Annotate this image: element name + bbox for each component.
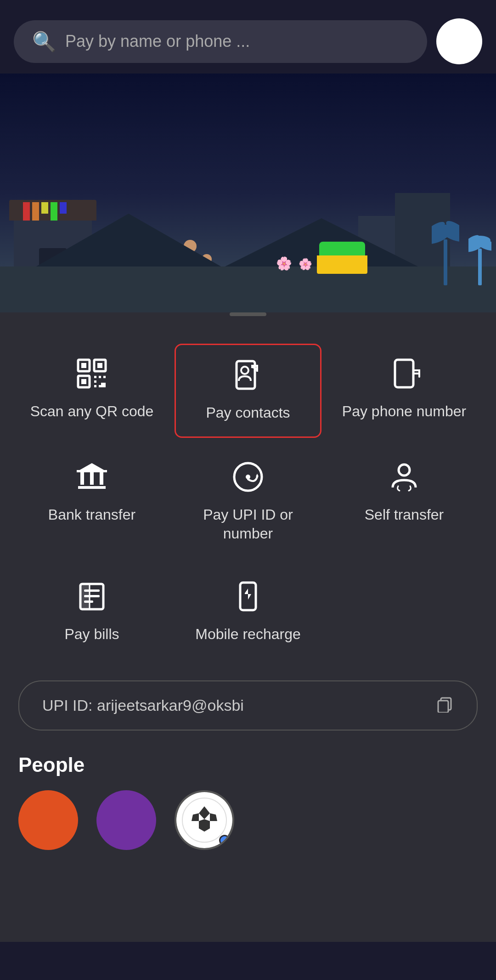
action-pay-upi[interactable]: Pay UPI ID or number [175,447,321,557]
svg-rect-19 [94,376,96,378]
svg-rect-18 [81,379,86,384]
svg-rect-43 [80,584,90,609]
svg-rect-25 [99,385,101,387]
mobile-recharge-label: Mobile recharge [195,625,300,644]
bank-transfer-label: Bank transfer [48,505,135,525]
svg-point-38 [399,465,410,476]
bottom-sheet: Scan any QR code Pay contacts [0,299,496,942]
svg-point-27 [241,367,248,374]
action-mobile-recharge[interactable]: Mobile recharge [175,566,321,658]
svg-rect-23 [101,383,106,387]
contacts-icon [232,359,264,395]
action-pay-bills[interactable]: Pay bills [18,566,165,658]
bank-icon [76,461,108,497]
pay-bills-label: Pay bills [64,625,119,644]
ground [0,266,496,312]
search-placeholder: Pay by name or phone ... [65,32,250,51]
flowers: 🌸 🌸 [276,256,312,271]
svg-rect-22 [94,380,96,383]
person-avatar-3[interactable] [175,790,234,850]
svg-rect-32 [90,472,94,485]
upi-icon [232,461,264,497]
pay-contacts-label: Pay contacts [206,403,290,423]
user-avatar[interactable] [436,18,482,64]
palm-tree-2 [468,226,491,287]
svg-rect-24 [94,385,96,387]
action-pay-contacts[interactable]: Pay contacts [175,344,321,438]
phone-icon [388,357,420,394]
upi-id-bar[interactable]: UPI ID: arijeetsarkar9@oksbi [18,680,478,731]
search-bar[interactable]: 🔍 Pay by name or phone ... [14,20,427,63]
action-pay-phone[interactable]: Pay phone number [331,344,478,438]
svg-rect-34 [78,486,106,489]
action-grid: Scan any QR code Pay contacts [0,334,496,667]
person-avatar-2[interactable] [96,790,156,850]
pay-upi-label: Pay UPI ID or number [184,505,312,544]
sheet-handle [230,312,266,316]
svg-rect-47 [438,701,448,713]
people-section: People [0,744,496,850]
svg-rect-20 [99,376,101,378]
search-icon: 🔍 [32,30,56,53]
copy-icon[interactable] [435,694,454,717]
svg-rect-16 [97,363,102,368]
pay-phone-label: Pay phone number [342,402,466,421]
svg-rect-28 [395,360,413,387]
svg-rect-21 [103,376,106,378]
people-list [18,790,478,850]
svg-marker-30 [78,463,106,471]
auto-bottom [317,255,367,274]
action-self-transfer[interactable]: Self transfer [331,447,478,557]
svg-rect-8 [478,249,482,285]
svg-rect-2 [444,239,447,285]
svg-rect-14 [81,363,86,368]
svg-rect-33 [100,472,103,485]
mobile-recharge-icon [232,580,264,617]
palm-tree-1 [432,212,459,287]
self-transfer-label: Self transfer [365,505,444,525]
person-avatar-1[interactable] [18,790,78,850]
header: 🔍 Pay by name or phone ... [0,0,496,74]
people-title: People [18,753,478,776]
auto-top [319,242,365,255]
self-icon [388,461,420,497]
action-scan-qr[interactable]: Scan any QR code [18,344,165,438]
svg-rect-31 [80,472,84,485]
bills-icon [76,580,108,617]
upi-id-text: UPI ID: arijeetsarkar9@oksbi [42,697,244,714]
action-bank-transfer[interactable]: Bank transfer [18,447,165,557]
illustration-scene: 🌸 🌸 [0,74,496,312]
svg-rect-35 [77,470,107,472]
qr-icon [76,357,108,394]
scan-qr-label: Scan any QR code [30,402,154,421]
